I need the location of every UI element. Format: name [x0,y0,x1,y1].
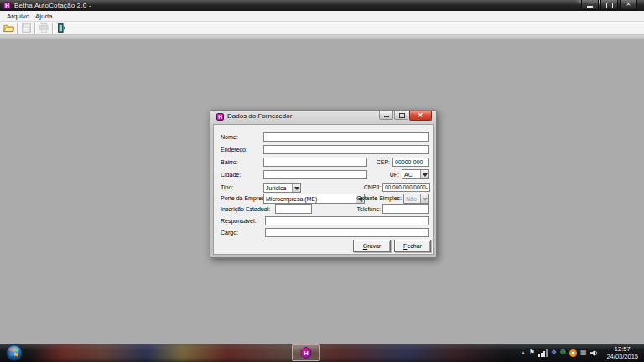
printer-icon [39,23,49,34]
dialog-dados-do-fornecedor: H Dados do Fornecedor Nome: Endereço: Ba… [210,110,437,258]
taskbar: H ▲ ⚑ ❖ ❂ ▦ 12:57 24/03/2015 [0,344,644,362]
cnpj-label: CNPJ: [345,184,381,190]
chevron-down-icon [420,194,428,203]
cep-label: CEP: [353,159,390,165]
uf-select[interactable]: AC [402,169,429,179]
cargo-input[interactable] [265,228,429,237]
betha-hexagon-icon: H [299,346,313,359]
optante-simples-value: Não [406,196,417,202]
dialog-close-icon[interactable] [409,111,432,121]
text-caret [267,134,267,140]
open-folder-icon [3,23,14,34]
close-icon[interactable] [620,0,637,10]
optante-simples-label: Optante Simples: [353,195,402,201]
telefone-label: Telefone: [345,206,381,212]
toolbar-separator [17,23,18,34]
print-button [37,22,50,34]
clock-time: 12:57 [606,345,638,353]
show-hidden-icons-chevron[interactable]: ▲ [521,349,526,357]
cidade-input[interactable] [263,170,367,179]
telefone-input[interactable] [382,204,429,214]
network-signal-icon[interactable] [538,349,548,357]
nome-input[interactable] [263,132,429,142]
tray-app-blue-icon[interactable]: ❖ [551,349,557,357]
dialog-minimize-icon[interactable] [379,111,393,120]
toolbar [0,22,644,35]
wallpaper-blur-streaks [29,344,523,362]
tray-clock[interactable]: 12:57 24/03/2015 [602,345,642,360]
toolbar-separator [52,23,53,34]
window-titlebar: H Betha AutoCotação 2.0 - [0,0,644,11]
minimize-icon[interactable] [581,0,599,10]
menu-ajuda[interactable]: Ajuda [35,13,52,20]
nome-label: Nome: [221,134,238,140]
svg-text:H: H [304,350,308,357]
porte-empresa-value: Microempresa (ME) [266,196,317,202]
uf-label: UF: [366,172,399,178]
app-icon: H [3,2,11,9]
toolbar-separator [34,23,35,34]
responsavel-label: Responsável: [221,218,256,224]
tipo-value: Jurídica [266,185,287,191]
tipo-label: Tipo: [221,184,233,190]
menu-arquivo[interactable]: Arquivo [7,13,29,20]
endereco-label: Endereço: [221,147,247,153]
tray-app-green-icon[interactable]: ❂ [560,349,566,357]
save-button [19,22,33,34]
tipo-select[interactable]: Jurídica [263,183,301,193]
taskbar-item-betha[interactable]: H [292,344,320,361]
responsavel-input[interactable] [265,216,429,225]
chevron-down-icon[interactable] [420,170,428,178]
cargo-label: Cargo: [221,230,238,235]
dialog-icon: H [216,113,224,121]
porte-empresa-select[interactable]: Microempresa (ME) [263,194,365,204]
dialog-controls [379,111,432,121]
screen: H Betha AutoCotação 2.0 - Arquivo Ajuda [0,0,644,362]
system-tray: ▲ ⚑ ❖ ❂ ▦ 12:57 24/03/2015 [521,344,642,362]
tray-antivirus-orange-icon[interactable] [569,349,577,357]
optante-simples-select: Não [403,194,429,204]
cep-input[interactable] [392,158,429,167]
dialog-restore-icon[interactable] [394,111,408,120]
start-button[interactable] [6,344,23,361]
clock-date: 24/03/2015 [606,353,638,360]
bairro-label: Bairro: [221,159,238,165]
volume-icon[interactable] [589,349,599,357]
restore-icon[interactable] [600,0,618,10]
chevron-down-icon[interactable] [292,184,300,192]
menubar: Arquivo Ajuda [0,11,644,22]
open-button[interactable] [2,22,15,34]
window-controls [581,0,637,10]
exit-door-icon [56,23,67,34]
tray-device-icon[interactable]: ▦ [580,349,587,357]
save-icon [21,23,32,34]
fechar-button[interactable]: Fechar [394,240,431,252]
cidade-label: Cidade: [221,172,241,178]
uf-value: AC [404,172,413,178]
endereco-input[interactable] [263,145,429,154]
gravar-button[interactable]: Gravar [353,240,391,252]
windows-orb-icon [6,344,23,361]
exit-button[interactable] [55,22,68,34]
inscricao-estadual-input[interactable] [275,204,312,214]
window-title: Betha AutoCotação 2.0 - [14,2,91,9]
dialog-title[interactable]: Dados do Fornecedor [227,112,292,120]
inscricao-estadual-label: Inscrição Estadual: [221,206,270,212]
bairro-input[interactable] [263,158,367,167]
cnpj-input[interactable] [382,183,430,192]
action-center-flag-icon[interactable]: ⚑ [529,349,535,357]
porte-empresa-label: Porte da Empresa: [221,195,269,201]
